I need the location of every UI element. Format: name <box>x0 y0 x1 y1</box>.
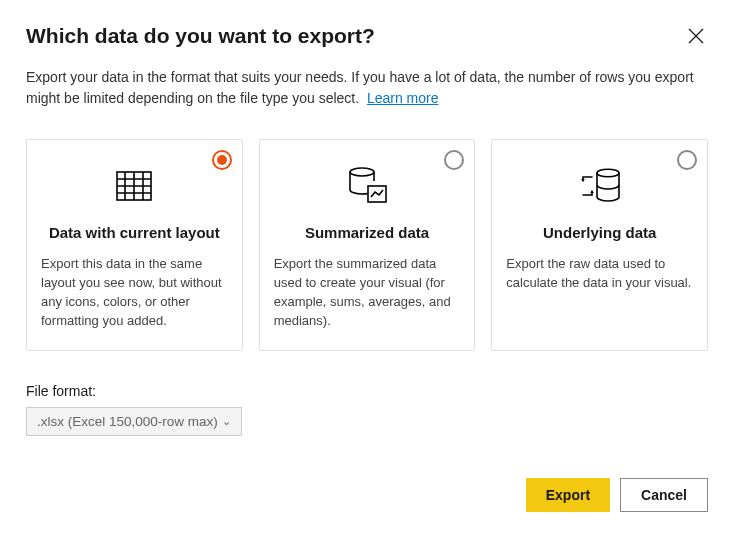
close-button[interactable] <box>684 24 708 51</box>
file-format-label: File format: <box>26 383 708 399</box>
database-sync-icon <box>506 154 693 218</box>
option-title: Underlying data <box>506 224 693 241</box>
option-title: Data with current layout <box>41 224 228 241</box>
cancel-button[interactable]: Cancel <box>620 478 708 512</box>
database-chart-icon <box>274 154 461 218</box>
chevron-down-icon: ⌄ <box>222 415 231 428</box>
option-title: Summarized data <box>274 224 461 241</box>
table-icon <box>41 154 228 218</box>
learn-more-link[interactable]: Learn more <box>367 90 439 106</box>
dialog-description: Export your data in the format that suit… <box>26 67 708 109</box>
file-format-select[interactable]: .xlsx (Excel 150,000-row max)⌄ <box>26 407 242 436</box>
option-summarized-data[interactable]: Summarized data Export the summarized da… <box>259 139 476 351</box>
svg-point-11 <box>597 169 619 177</box>
dialog-footer: Export Cancel <box>526 478 708 512</box>
option-description: Export the summarized data used to creat… <box>274 255 461 330</box>
close-icon <box>688 32 704 47</box>
option-description: Export this data in the same layout you … <box>41 255 228 330</box>
export-options-group: Data with current layout Export this dat… <box>26 139 708 351</box>
radio-unselected-icon <box>444 150 464 170</box>
file-format-value: .xlsx (Excel 150,000-row max) <box>37 414 218 429</box>
option-description: Export the raw data used to calculate th… <box>506 255 693 293</box>
radio-unselected-icon <box>677 150 697 170</box>
svg-point-9 <box>350 168 374 176</box>
dialog-title: Which data do you want to export? <box>26 24 375 48</box>
option-underlying-data[interactable]: Underlying data Export the raw data used… <box>491 139 708 351</box>
option-data-with-current-layout[interactable]: Data with current layout Export this dat… <box>26 139 243 351</box>
export-button[interactable]: Export <box>526 478 610 512</box>
radio-selected-icon <box>212 150 232 170</box>
